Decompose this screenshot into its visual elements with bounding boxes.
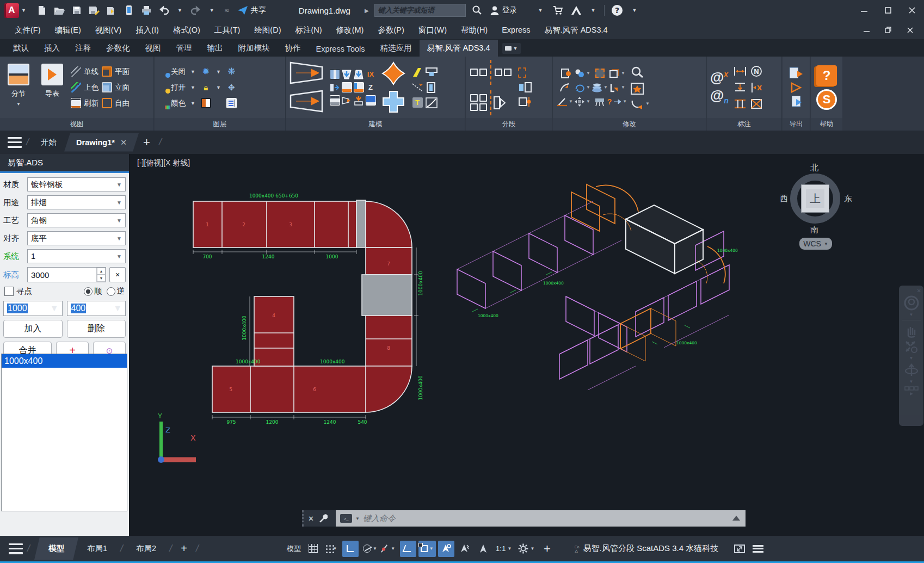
search-expand-icon[interactable]: ▶	[365, 8, 369, 14]
to-mobile-icon[interactable]	[123, 4, 135, 16]
ribbon-tab-insert[interactable]: 插入	[36, 40, 67, 57]
sketch-icon[interactable]	[411, 82, 424, 94]
free-view-button[interactable]: 自由	[102, 97, 130, 110]
size-list[interactable]: 1000x400	[1, 354, 127, 511]
dim-spiral-n-button[interactable]: @n	[710, 87, 729, 109]
fitting-tee2-icon[interactable]	[354, 82, 364, 92]
fitting-tee-icon[interactable]	[342, 82, 352, 92]
steering-wheel-icon[interactable]	[903, 295, 920, 311]
ribbon-tab-express-tools[interactable]: Express Tools	[309, 41, 373, 57]
modify-zoom-icon[interactable]	[630, 66, 644, 79]
ribbon-tab-collaborate[interactable]: 协作	[278, 40, 309, 57]
lock-caret-icon[interactable]: ▼	[216, 85, 221, 90]
layer-on-caret-icon[interactable]: ▼	[190, 85, 195, 90]
align-select[interactable]: 底平▼	[27, 231, 126, 245]
thaw-caret-icon[interactable]: ▼	[216, 69, 221, 75]
menu-window[interactable]: 窗口(W)	[411, 21, 454, 39]
clockwise-radio[interactable]: 顺	[84, 286, 102, 296]
command-prompt-icon[interactable]: >_	[340, 514, 352, 523]
width-combobox[interactable]: 1000▼	[3, 301, 63, 316]
hood-icon[interactable]	[425, 66, 438, 78]
wheel-caret-icon[interactable]: ▼	[909, 312, 914, 317]
elevation-view-button[interactable]: 立面	[102, 81, 130, 94]
layer-isolate-icon[interactable]: ✥	[226, 82, 237, 92]
modify-match-button[interactable]: ▼	[574, 69, 590, 78]
fitting-straight-icon[interactable]	[330, 69, 340, 79]
help-icon[interactable]: ?	[611, 4, 623, 16]
ortho-toggle[interactable]	[342, 541, 359, 557]
wcs-selector[interactable]: WCS▼	[799, 238, 832, 250]
orbit-caret-icon[interactable]: ▼	[909, 379, 914, 384]
layer-freeze-icon[interactable]: ❋	[226, 66, 237, 77]
segment-pair-icon[interactable]	[518, 82, 532, 92]
height-combobox[interactable]: 400▼	[67, 301, 126, 316]
fitting-z-icon[interactable]: Z	[366, 82, 376, 92]
layout2-tab[interactable]: 布局2	[127, 538, 165, 559]
viewcube-east[interactable]: 东	[844, 194, 852, 204]
modify-slope-button[interactable]: ▼	[557, 97, 573, 107]
snap-toggle[interactable]: ▼	[324, 541, 340, 557]
fitting-taper-icon[interactable]	[341, 95, 352, 106]
menu-express[interactable]: Express	[495, 21, 537, 39]
fitting-layers-icon[interactable]	[330, 95, 340, 106]
single-line-button[interactable]: 单线	[71, 65, 98, 78]
seek-point-checkbox[interactable]	[4, 287, 14, 296]
fitting-drop-icon[interactable]	[353, 95, 364, 106]
layer-swatch-icon[interactable]	[201, 98, 211, 108]
layout1-tab[interactable]: 布局1	[78, 538, 116, 559]
export-table-button[interactable]: 导表	[37, 59, 67, 116]
customize-plus-button[interactable]: +	[539, 541, 555, 557]
menu-modify[interactable]: 修改(M)	[329, 21, 371, 39]
qat-customize-icon[interactable]: ≂	[224, 7, 230, 14]
search-input[interactable]: 键入关键字或短语	[374, 4, 466, 17]
command-wrench-icon[interactable]	[318, 514, 328, 523]
layer-off-caret-icon[interactable]: ▼	[190, 69, 195, 75]
help-s-logo-button[interactable]: S	[816, 89, 837, 110]
modify-frame-button[interactable]	[595, 69, 605, 78]
new-drawing-tab-button[interactable]: +	[143, 135, 150, 150]
layer-off-button[interactable]: 关闭▼	[158, 65, 198, 78]
modify-undo-icon[interactable]: ▼	[630, 98, 650, 109]
curve-icon[interactable]	[425, 97, 438, 109]
help-caret-icon[interactable]: ▼	[632, 8, 637, 13]
polar-tracking-toggle[interactable]: ▼	[361, 541, 379, 557]
fitting-reducer-icon[interactable]	[341, 69, 352, 80]
refresh-button[interactable]: 刷新	[71, 97, 98, 110]
dim-number-icon[interactable]: N	[750, 65, 762, 77]
status-customize-button[interactable]	[750, 541, 766, 557]
menu-dimension[interactable]: 标注(N)	[288, 21, 329, 39]
doc-minimize-button[interactable]	[855, 22, 877, 38]
elevation-spinner[interactable]: ▲▼	[96, 268, 106, 282]
export-play-button[interactable]	[790, 82, 803, 94]
command-close-icon[interactable]: ✕	[308, 515, 314, 523]
fitting-offset-icon[interactable]	[353, 69, 364, 80]
save-as-icon[interactable]	[88, 4, 100, 16]
object-snap-toggle[interactable]: ▼	[418, 541, 436, 557]
app-menu-caret-icon[interactable]: ▼	[21, 8, 26, 13]
duct-draw-button[interactable]	[289, 61, 324, 85]
ribbon-tab-parametric[interactable]: 参数化	[98, 40, 138, 57]
plus-fitting-icon[interactable]	[381, 89, 406, 114]
delete-button[interactable]: 删除	[67, 320, 126, 338]
window-maximize-button[interactable]	[876, 0, 900, 21]
menu-yizhi-ads[interactable]: 易智.风管 ADS3.4	[538, 21, 615, 39]
zoom-extents-icon[interactable]	[904, 339, 919, 355]
duct-draw2-button[interactable]	[289, 90, 324, 114]
undo-icon[interactable]	[158, 4, 170, 16]
ribbon-tab-default[interactable]: 默认	[5, 40, 36, 57]
dim-spiral-x-button[interactable]: @x	[710, 66, 729, 85]
start-tab[interactable]: 开始	[33, 133, 64, 152]
drawing-tab[interactable]: Drawing1* ✕	[64, 133, 139, 152]
share-button[interactable]: 共享	[237, 5, 266, 15]
command-bar-grip[interactable]: ✕	[302, 510, 336, 527]
view-cube[interactable]: 上 北 南 西 东 WCS▼	[785, 164, 845, 245]
selection-cycling-toggle[interactable]	[457, 541, 473, 557]
redo-caret-icon[interactable]: ▼	[210, 8, 214, 13]
ribbon-tab-output[interactable]: 输出	[200, 40, 231, 57]
dim-coord-icon[interactable]: X	[750, 82, 763, 94]
ribbon-tab-featured-apps[interactable]: 精选应用	[373, 40, 420, 57]
isometric-toggle[interactable]: ▼	[381, 541, 398, 557]
command-line-bar[interactable]: ✕ >_ ▼ 键入命令	[302, 510, 746, 527]
save-icon[interactable]	[71, 4, 83, 16]
modify-project-button[interactable]	[594, 96, 606, 107]
